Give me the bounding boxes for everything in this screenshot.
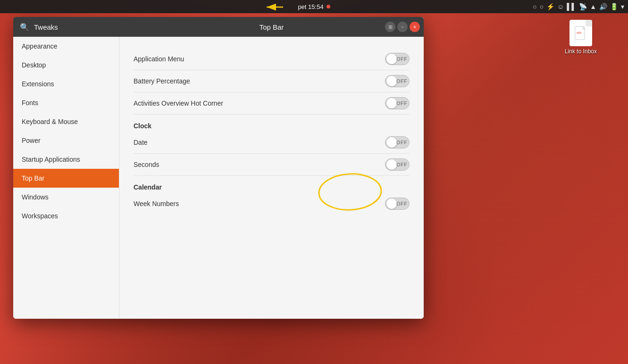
sidebar-item-power[interactable]: Power — [13, 131, 119, 150]
toggle-label-date: OFF — [396, 140, 407, 145]
toggle-week-numbers[interactable]: OFF — [385, 198, 410, 210]
toggle-battery-percentage[interactable]: OFF — [385, 75, 410, 87]
toggle-activities-overview[interactable]: OFF — [385, 97, 410, 109]
setting-row-application-menu: Application Menu OFF — [134, 48, 410, 70]
topbar-volume-icon: 🔊 — [599, 3, 607, 10]
setting-label-activities-overview: Activities Overview Hot Corner — [134, 99, 223, 107]
topbar-dot — [327, 5, 330, 8]
toggle-thumb-seconds — [386, 159, 397, 170]
window-close-button[interactable]: × — [410, 22, 420, 32]
main-titlebar: Top Bar ⊞ − × — [119, 23, 424, 31]
window-body: Appearance Desktop Extensions Fonts Keyb… — [13, 37, 424, 319]
toggle-track-battery-percentage[interactable]: OFF — [385, 75, 410, 87]
svg-text:</>: </> — [577, 31, 581, 34]
sidebar-item-keyboard-mouse[interactable]: Keyboard & Mouse — [13, 112, 119, 131]
toggle-thumb-week-numbers — [386, 199, 397, 209]
window-titlebar: 🔍 Tweaks Top Bar ⊞ − × — [13, 17, 424, 37]
toggle-date[interactable]: OFF — [385, 136, 410, 149]
topbar-bars-icon: ▌▌ — [567, 3, 576, 10]
sidebar-header: 🔍 Tweaks — [13, 17, 119, 37]
topbar-location-icon: ○ — [540, 3, 544, 10]
section-heading-calendar: Calendar — [134, 176, 410, 193]
toggle-thumb-application-menu — [386, 54, 397, 64]
setting-label-battery-percentage: Battery Percentage — [134, 77, 190, 85]
toggle-label-battery-percentage: OFF — [396, 78, 407, 84]
toggle-track-date[interactable]: OFF — [385, 136, 410, 149]
topbar-battery-icon: 🔋 — [610, 3, 618, 10]
sidebar-item-fonts[interactable]: Fonts — [13, 93, 119, 112]
desktop-icon-label: Link to Inbox — [565, 48, 597, 56]
sidebar-title: Tweaks — [34, 23, 58, 31]
search-icon[interactable]: 🔍 — [20, 23, 29, 32]
setting-label-date: Date — [134, 139, 148, 146]
toggle-label-week-numbers: OFF — [396, 201, 407, 207]
toggle-track-activities-overview[interactable]: OFF — [385, 97, 410, 109]
toggle-label-application-menu: OFF — [396, 56, 407, 62]
sidebar-item-top-bar[interactable]: Top Bar — [13, 169, 119, 188]
topbar-user-icon: ☺ — [557, 3, 564, 10]
toggle-track-week-numbers[interactable]: OFF — [385, 198, 410, 210]
setting-label-week-numbers: Week Numbers — [134, 200, 179, 207]
sidebar-item-desktop[interactable]: Desktop — [13, 56, 119, 74]
section-heading-clock: Clock — [134, 115, 410, 132]
window-main-title: Top Bar — [260, 23, 284, 31]
toggle-seconds[interactable]: OFF — [385, 158, 410, 171]
toggle-label-seconds: OFF — [396, 162, 407, 167]
topbar-accessibility-icon: ○ — [533, 3, 536, 10]
topbar-power-icon: ⚡ — [546, 3, 554, 10]
window-controls: ⊞ − × — [385, 22, 420, 32]
topbar-menu-icon[interactable]: ▾ — [621, 3, 624, 10]
sidebar-item-extensions[interactable]: Extensions — [13, 74, 119, 93]
main-content-area: Application Menu OFF Battery Percentage — [119, 37, 424, 319]
desktop-icon-link-to-inbox[interactable]: </> Link to Inbox — [562, 20, 600, 56]
topbar-time-area: pet 15:54 — [298, 3, 330, 10]
setting-row-date: Date OFF — [134, 132, 410, 154]
toggle-track-application-menu[interactable]: OFF — [385, 53, 410, 65]
setting-row-week-numbers: Week Numbers OFF — [134, 193, 410, 215]
topbar-wifi-icon: ▲ — [590, 3, 596, 10]
sidebar-item-workspaces[interactable]: Workspaces — [13, 207, 119, 225]
setting-row-activities-overview: Activities Overview Hot Corner OFF — [134, 92, 410, 115]
topbar-right-icons: ○ ○ ⚡ ☺ ▌▌ 📡 ▲ 🔊 🔋 ▾ — [533, 0, 624, 13]
toggle-track-seconds[interactable]: OFF — [385, 158, 410, 171]
arrow-annotation — [241, 0, 288, 14]
topbar: pet 15:54 ○ ○ ⚡ ☺ ▌▌ 📡 ▲ 🔊 🔋 ▾ — [0, 0, 628, 13]
file-icon-svg: </> — [574, 25, 587, 41]
window-grid-button[interactable]: ⊞ — [385, 22, 395, 32]
setting-row-battery-percentage: Battery Percentage OFF — [134, 70, 410, 92]
sidebar-item-appearance[interactable]: Appearance — [13, 37, 119, 56]
window-minimize-button[interactable]: − — [397, 22, 408, 32]
toggle-application-menu[interactable]: OFF — [385, 53, 410, 65]
tweaks-window: 🔍 Tweaks Top Bar ⊞ − × Appearance Deskto… — [13, 17, 424, 319]
sidebar-item-windows[interactable]: Windows — [13, 188, 119, 207]
setting-label-seconds: Seconds — [134, 161, 159, 168]
toggle-thumb-battery-percentage — [386, 76, 397, 86]
desktop-icon-image: </> — [569, 20, 592, 46]
setting-row-seconds: Seconds OFF — [134, 154, 410, 176]
sidebar-item-startup-applications[interactable]: Startup Applications — [13, 150, 119, 169]
desktop: pet 15:54 ○ ○ ⚡ ☺ ▌▌ 📡 ▲ 🔊 🔋 ▾ — [0, 0, 628, 364]
topbar-network-icon: 📡 — [579, 3, 587, 10]
topbar-time: pet 15:54 — [298, 3, 323, 10]
setting-label-application-menu: Application Menu — [134, 55, 184, 63]
toggle-thumb-date — [386, 137, 397, 148]
toggle-thumb-activities-overview — [386, 98, 397, 108]
toggle-label-activities-overview: OFF — [396, 100, 407, 106]
sidebar: Appearance Desktop Extensions Fonts Keyb… — [13, 37, 119, 319]
